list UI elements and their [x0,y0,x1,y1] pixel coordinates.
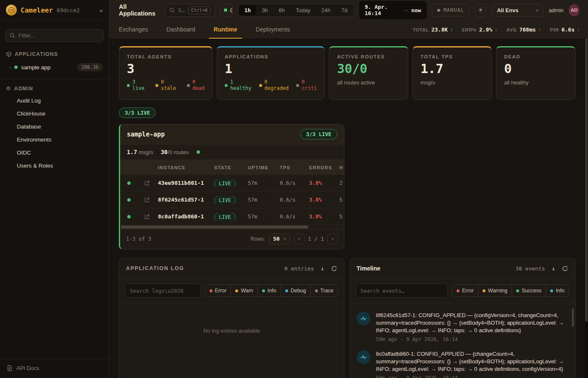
timeline-event[interactable]: 8f6245c61d57-1: CONFIG_APPLIED — {config… [357,307,567,346]
trend-up-icon: ↑ [538,27,541,33]
applications-section-header: APPLICATIONS [0,49,109,60]
status-label: O [230,7,233,13]
instance-status-dot [127,215,131,218]
sidebar: Cameleer 69dcce2 « APPLICATIONS › sample… [0,0,109,378]
theme-toggle-button[interactable]: ☀ [475,4,486,17]
trend-up-icon: ↑ [577,27,580,33]
sidebar-filter-input[interactable] [5,29,104,42]
filter-error[interactable]: Error [205,285,231,297]
stat-card-total-tps: TOTAL TPS 1.7 msg/s [412,46,492,100]
filter-trace[interactable]: Trace [310,285,338,297]
sidebar-item-oidc[interactable]: OIDC [0,146,109,159]
tab-dashboard[interactable]: Dashboard [166,20,195,39]
state-badge: LIVE [214,179,236,187]
event-text: 8c0affadb860-1: CONFIG_APPLIED — {change… [376,350,567,373]
rows-per-page-select[interactable]: 50 ▾ [268,233,290,244]
state-badge: LIVE [214,196,236,204]
log-search-input[interactable] [125,284,201,298]
stat-err-pct: ERR% 2.0% ↑ [462,26,497,33]
pagination-range: 1-3 of 3 [126,236,151,242]
timeline-scrollbar[interactable] [572,308,574,327]
range-3h[interactable]: 3h [256,5,273,16]
tab-runtime[interactable]: Runtime [214,20,237,39]
timeline-search-input[interactable] [356,284,448,298]
external-link-icon[interactable] [138,214,156,220]
sidebar-item-api-docs[interactable]: API Docs [0,359,109,378]
page-scrollbar[interactable] [585,38,588,378]
activity-icon [357,312,370,326]
table-row[interactable]: 43ee9811b801-1 LIVE 57m 0.6/s 3.8% 2 [120,175,344,192]
rows-per-page-label: Rows: [250,236,265,242]
timeline-events-list: 8f6245c61d57-1: CONFIG_APPLIED — {config… [350,303,575,378]
chevron-right-icon[interactable]: › [9,64,11,71]
tab-exchanges[interactable]: Exchanges [119,20,148,39]
external-link-icon[interactable] [138,197,156,203]
sidebar-divider [0,79,109,79]
stat-card-total-agents: TOTAL AGENTS 3 3live 0stale 0dead [119,46,213,100]
sidebar-item-audit-log[interactable]: Audit Log [0,94,109,107]
app-status-dot [14,66,18,69]
range-6h[interactable]: 6h [273,5,290,16]
chevron-down-icon: ▾ [284,237,286,241]
table-row[interactable]: 8f6245c61d57-1 LIVE 57m 0.6/s 3.8% 5 [120,192,344,208]
search-placeholder-text: S… [178,7,185,13]
manual-refresh-button[interactable]: MANUAL [432,4,470,16]
range-7d[interactable]: 7d [336,5,353,16]
env-selected-value: All Envs [497,7,518,13]
table-row[interactable]: 8c0affadb860-1 LIVE 57m 0.6/s 3.8% 5 [120,208,344,225]
download-icon[interactable]: ↓ [321,265,324,272]
range-today[interactable]: Today [290,5,316,16]
date-range-display[interactable]: 9. Apr. 16:14 – now [359,1,426,19]
filter-info[interactable]: Info [257,285,281,297]
application-log-panel: APPLICATION LOG 0 entries ↓ Error Warn I… [119,258,344,378]
download-icon[interactable]: ↓ [552,265,555,272]
page-title: All Applications [119,3,160,17]
sidebar-item-database[interactable]: Database [0,120,109,133]
stat-cards-row: TOTAL AGENTS 3 3live 0stale 0dead APPLIC… [119,46,575,100]
next-page-button[interactable]: › [327,234,338,244]
search-shortcut-kbd: Ctrl+K [188,6,211,14]
gear-icon: ⚙ [6,85,11,92]
sidebar-item-environments[interactable]: Environments [0,133,109,146]
admin-section-header: ⚙ ADMIN [0,83,109,94]
environment-select[interactable]: All Envs ▾ [491,4,543,17]
log-level-filters: Error Warn Info Debug Trace [205,284,338,297]
sidebar-item-clickhouse[interactable]: ClickHouse [0,107,109,120]
filter-warning[interactable]: Warning [478,285,512,297]
manual-label: MANUAL [444,7,464,13]
filter-info[interactable]: Info [546,285,569,297]
sidebar-item-sample-app[interactable]: › sample app 208.3k [0,60,109,75]
sidebar-item-users-roles[interactable]: Users & Roles [0,159,109,172]
username-label: admin [549,7,563,13]
global-search-button[interactable]: S… Ctrl+K [165,4,215,17]
application-name: sample-app [127,131,165,138]
filter-debug[interactable]: Debug [281,285,310,297]
substat-live: 3live [127,79,144,92]
timeline-event[interactable]: 8c0affadb860-1: CONFIG_APPLIED — {change… [357,346,567,378]
top-bar: All Applications S… Ctrl+K O 1h 3h 6h To… [109,0,588,20]
filter-success[interactable]: Success [512,285,546,297]
tab-deployments[interactable]: Deployments [256,20,290,39]
timeline-filters: Error Warning Success Info [452,284,569,297]
sidebar-collapse-icon[interactable]: « [100,7,103,14]
sidebar-filter-field[interactable] [18,32,99,39]
table-pagination: 1-3 of 3 Rows: 50 ▾ ‹ 1 / 1 › [120,229,344,249]
live-summary-badge: 3/3 LIVE [119,108,156,118]
refresh-icon[interactable] [562,265,568,272]
prev-page-button[interactable]: ‹ [294,234,304,244]
range-24h[interactable]: 24h [316,5,336,16]
filter-warn[interactable]: Warn [231,285,257,297]
range-1h[interactable]: 1h [239,5,257,16]
scrollbar-thumb[interactable] [585,38,588,322]
user-avatar[interactable]: AD [569,4,580,16]
stat-card-active-routes: ACTIVE ROUTES 30/0 all routes active [329,46,408,100]
filter-error[interactable]: Error [452,285,478,297]
document-icon [7,365,13,371]
horizontal-scrollbar[interactable] [120,225,344,229]
connection-status-button[interactable]: O [220,4,233,17]
sidebar-header: Cameleer 69dcce2 « [0,0,109,21]
chevron-down-icon: ▾ [536,8,538,13]
external-link-icon[interactable] [138,180,156,186]
refresh-icon[interactable] [331,265,337,272]
api-docs-label: API Docs [16,365,39,371]
